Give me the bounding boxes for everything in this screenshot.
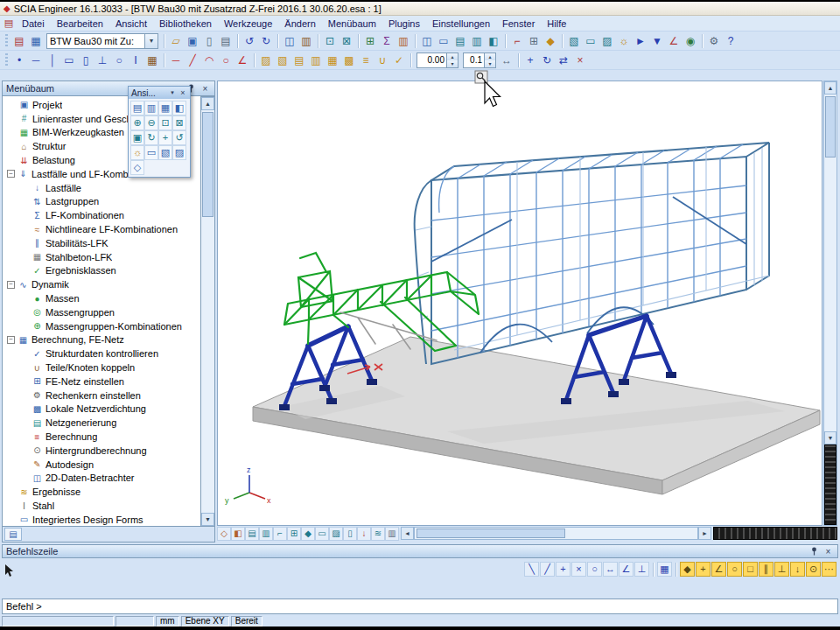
- tool-button[interactable]: ▨: [172, 145, 186, 160]
- viewport-hscrollbar[interactable]: ◄ ►: [401, 527, 711, 540]
- tree-expander-icon[interactable]: [19, 321, 29, 331]
- tool-button[interactable]: ↓: [790, 562, 805, 577]
- tool-button[interactable]: ○: [218, 52, 234, 68]
- menu-item[interactable]: Plugins: [382, 17, 426, 31]
- tool-button[interactable]: ─: [168, 52, 184, 68]
- tree-expander-icon[interactable]: [6, 100, 16, 109]
- tool-button[interactable]: ▦: [325, 52, 340, 68]
- dock-tab-icon[interactable]: ▤: [4, 528, 22, 541]
- tool-button[interactable]: ○: [587, 562, 602, 577]
- tree-expander-icon[interactable]: [19, 363, 29, 373]
- tree-expander-icon[interactable]: [19, 390, 29, 400]
- tool-button[interactable]: ▧: [275, 52, 290, 68]
- slab[interactable]: [253, 337, 820, 494]
- tool-button[interactable]: ▨: [329, 527, 343, 541]
- tool-button[interactable]: ⌐: [509, 33, 525, 49]
- tree-expander-icon[interactable]: [19, 432, 29, 442]
- scrollbar-track[interactable]: [824, 94, 836, 431]
- tool-button[interactable]: ∠: [711, 562, 726, 577]
- palette-menu-icon[interactable]: ▾: [168, 88, 177, 97]
- tool-button[interactable]: ▯: [78, 52, 94, 68]
- tree-item[interactable]: ⇅ Lastgruppen: [3, 195, 200, 209]
- tool-button[interactable]: ▤: [291, 52, 307, 68]
- tool-button[interactable]: ◠: [201, 52, 217, 68]
- tree-expander-icon[interactable]: −: [7, 170, 15, 178]
- tool-button[interactable]: ↻: [144, 130, 158, 145]
- tool-button[interactable]: +: [556, 562, 570, 577]
- tool-button[interactable]: ↻: [539, 52, 555, 68]
- viewport-vscrollbar[interactable]: ▲ ▼: [823, 80, 837, 526]
- tool-button[interactable]: │: [45, 52, 60, 68]
- close-icon[interactable]: ×: [178, 88, 187, 97]
- tree-item[interactable]: ⚙ Rechenkern einstellen: [3, 388, 200, 402]
- tool-button[interactable]: ◆: [542, 33, 558, 49]
- tool-button[interactable]: ▥: [396, 33, 411, 49]
- tool-button[interactable]: Ⅰ: [128, 52, 144, 68]
- tree-expander-icon[interactable]: [19, 445, 29, 455]
- tree-expander-icon[interactable]: [6, 114, 16, 123]
- tool-button[interactable]: ▤: [130, 101, 144, 116]
- tool-button[interactable]: ⊥: [94, 52, 110, 68]
- tool-button[interactable]: ↓: [357, 527, 371, 541]
- close-icon[interactable]: ×: [822, 546, 834, 557]
- tool-button[interactable]: ▭: [583, 33, 598, 49]
- zoom-scroll-bar-horizontal[interactable]: [713, 527, 837, 540]
- tool-button[interactable]: ☼: [616, 33, 632, 49]
- tool-button[interactable]: ◉: [682, 33, 698, 49]
- tool-button[interactable]: ⊞: [362, 33, 378, 49]
- tool-button[interactable]: ─: [28, 52, 44, 68]
- tool-button[interactable]: ↔: [603, 562, 618, 577]
- palette-header[interactable]: Ansi... ▾ ×: [129, 87, 190, 99]
- tool-button[interactable]: ▤: [218, 33, 234, 49]
- tree-expander-icon[interactable]: [19, 225, 29, 234]
- tool-button[interactable]: ▥: [259, 527, 273, 541]
- tool-button[interactable]: ►: [633, 33, 648, 49]
- scrollbar-thumb[interactable]: [202, 112, 214, 217]
- tool-button[interactable]: ⊞: [526, 33, 542, 49]
- tree-item[interactable]: ✓ Ergebnisklassen: [3, 264, 200, 278]
- tree-item[interactable]: ⊞ FE-Netz einstellen: [3, 374, 200, 388]
- scroll-right-icon[interactable]: ►: [698, 527, 711, 540]
- scroll-down-icon[interactable]: ▼: [824, 431, 836, 444]
- scrollbar-track[interactable]: [414, 527, 698, 540]
- scrollbar-thumb[interactable]: [416, 528, 565, 538]
- spin-down-icon[interactable]: ▾: [447, 60, 458, 67]
- tree-expander-icon[interactable]: [19, 238, 29, 248]
- menu-item[interactable]: Ändern: [278, 17, 321, 31]
- tool-button[interactable]: ≋: [371, 527, 385, 541]
- tool-button[interactable]: +: [158, 130, 172, 145]
- tool-button[interactable]: ○: [727, 562, 742, 577]
- menu-item[interactable]: Ansicht: [109, 17, 153, 31]
- tool-button[interactable]: ≡: [358, 52, 374, 68]
- tool-button[interactable]: ▥: [144, 101, 158, 116]
- tree-item[interactable]: ▭ Integriertes Design Forms: [3, 513, 200, 527]
- tree-expander-icon[interactable]: [19, 294, 29, 304]
- scrollbar-thumb[interactable]: [825, 96, 836, 158]
- tree-expander-icon[interactable]: −: [7, 281, 15, 289]
- tree-expander-icon[interactable]: [6, 156, 16, 165]
- menu-item[interactable]: Bibliotheken: [153, 17, 218, 31]
- tool-button[interactable]: ⊡: [158, 116, 172, 130]
- menu-item[interactable]: Datei: [16, 17, 51, 31]
- tool-button[interactable]: ╲: [524, 562, 539, 577]
- tree-item[interactable]: − ∿ Dynamik: [3, 277, 200, 291]
- machine-model[interactable]: [284, 253, 479, 351]
- tool-button[interactable]: ◆: [680, 562, 695, 577]
- toolbar-grip[interactable]: [5, 53, 8, 67]
- tree-item[interactable]: ↓ Lastfälle: [3, 181, 200, 195]
- tool-button[interactable]: ?: [723, 33, 738, 49]
- tool-button[interactable]: •: [11, 52, 27, 68]
- tool-button[interactable]: ∪: [374, 52, 390, 68]
- menu-item[interactable]: Einstellungen: [426, 17, 496, 31]
- tool-button[interactable]: ↔: [499, 52, 514, 68]
- tool-button[interactable]: ▣: [130, 130, 144, 145]
- command-panel-header[interactable]: Befehlszeile ×: [2, 544, 838, 558]
- tool-button[interactable]: ▯: [343, 527, 357, 541]
- menu-item[interactable]: Werkzeuge: [218, 17, 278, 31]
- tool-button[interactable]: ↺: [242, 33, 257, 49]
- tree-item[interactable]: ∪ Teile/Knoten koppeln: [3, 360, 200, 374]
- tool-button[interactable]: ▩: [341, 52, 357, 68]
- zoom-scroll-bar-vertical[interactable]: [824, 444, 836, 525]
- tool-button[interactable]: ↻: [258, 33, 274, 49]
- tree-item[interactable]: Ⅰ Stahl: [3, 499, 200, 513]
